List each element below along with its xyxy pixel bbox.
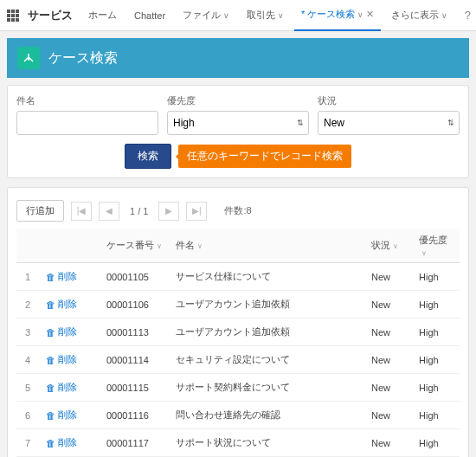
- cell-case-no: 00001114: [100, 346, 169, 374]
- table-row: 2🗑削除00001106ユーザアカウント追加依頼NewHigh: [16, 291, 460, 319]
- sort-icon[interactable]: ∨: [393, 242, 398, 250]
- cell-status: New: [364, 291, 412, 319]
- row-index: 2: [16, 291, 39, 319]
- filter-card: 件名 優先度 状況 検索 任意のキーワードでレコード検索: [7, 85, 469, 178]
- row-index: 6: [16, 402, 39, 429]
- chevron-down-icon: ∨: [357, 10, 363, 19]
- table-row: 5🗑削除00001115サポート契約料金についてNewHigh: [16, 374, 460, 402]
- page-header: ケース検索: [7, 38, 469, 78]
- delete-link[interactable]: 🗑削除: [46, 325, 93, 338]
- delete-link[interactable]: 🗑削除: [46, 409, 93, 422]
- cell-subject: ユーザアカウント追加依頼: [169, 319, 364, 346]
- sort-icon[interactable]: ∨: [197, 242, 203, 250]
- col-status: 状況∨: [364, 228, 412, 263]
- results-card: 行追加 |◀ ◀ 1 / 1 ▶ ▶| 件数:8 ケース番号∨ 件名∨ 状況∨ …: [7, 187, 469, 457]
- cell-case-no: 00001116: [100, 402, 169, 429]
- table-row: 6🗑削除00001116問い合わせ連絡先の確認NewHigh: [16, 402, 460, 429]
- top-nav: サービス ホームChatterファイル∨取引先∨* ケース検索∨ ✕さらに表示∨…: [0, 0, 476, 31]
- cell-status: New: [364, 263, 412, 291]
- cell-priority: High: [412, 374, 460, 402]
- close-tab-icon[interactable]: ✕: [366, 9, 374, 20]
- trash-icon: 🗑: [46, 355, 55, 365]
- table-row: 7🗑削除00001117サポート状況についてNewHigh: [16, 429, 460, 457]
- trash-icon: 🗑: [46, 327, 55, 338]
- row-index: 1: [16, 263, 39, 291]
- nav-item[interactable]: ホーム: [81, 0, 124, 31]
- app-label: サービス: [28, 8, 73, 23]
- delete-link[interactable]: 🗑削除: [46, 436, 93, 449]
- pager-first[interactable]: |◀: [71, 202, 92, 221]
- nav-item[interactable]: * ケース検索∨ ✕: [294, 0, 381, 31]
- status-label: 状況: [318, 94, 460, 107]
- cell-subject: サポート状況について: [169, 429, 364, 457]
- add-row-button[interactable]: 行追加: [16, 200, 64, 222]
- cell-subject: セキュリティ設定について: [169, 346, 364, 374]
- cell-priority: High: [412, 263, 460, 291]
- row-index: 7: [16, 429, 39, 457]
- nav-item[interactable]: さらに表示∨: [384, 0, 454, 31]
- results-table: ケース番号∨ 件名∨ 状況∨ 優先度∨ 1🗑削除00001105サービス仕様につ…: [16, 228, 460, 457]
- subject-input[interactable]: [16, 111, 158, 135]
- nav-item[interactable]: ファイル∨: [176, 0, 236, 31]
- sort-icon[interactable]: ∨: [421, 249, 427, 257]
- pager-last[interactable]: ▶|: [186, 202, 207, 221]
- cell-priority: High: [412, 402, 460, 429]
- trash-icon: 🗑: [46, 410, 55, 421]
- cell-case-no: 00001113: [100, 319, 169, 346]
- pager-count: 件数:8: [224, 204, 251, 217]
- cell-case-no: 00001117: [100, 429, 169, 457]
- table-row: 3🗑削除00001113ユーザアカウント追加依頼NewHigh: [16, 319, 460, 346]
- pager-prev[interactable]: ◀: [99, 202, 119, 221]
- delete-link[interactable]: 🗑削除: [46, 270, 93, 283]
- nav-item[interactable]: 取引先∨: [240, 0, 291, 31]
- subject-label: 件名: [16, 94, 158, 107]
- trash-icon: 🗑: [46, 383, 55, 393]
- trash-icon: 🗑: [46, 438, 55, 448]
- cell-case-no: 00001106: [100, 291, 169, 319]
- col-subject: 件名∨: [169, 228, 364, 263]
- cell-status: New: [364, 374, 412, 402]
- cell-status: New: [364, 429, 412, 457]
- cell-status: New: [364, 319, 412, 346]
- delete-link[interactable]: 🗑削除: [46, 381, 93, 394]
- delete-link[interactable]: 🗑削除: [46, 298, 93, 311]
- priority-label: 優先度: [167, 94, 309, 107]
- sort-icon[interactable]: ∨: [157, 242, 162, 250]
- cell-case-no: 00001115: [100, 374, 169, 402]
- chevron-down-icon: ∨: [223, 11, 229, 20]
- case-search-icon: [17, 47, 40, 69]
- row-index: 3: [16, 319, 39, 346]
- pager-page: 1 / 1: [126, 206, 151, 216]
- cell-priority: High: [412, 291, 460, 319]
- priority-select[interactable]: [167, 111, 309, 135]
- col-case-no: ケース番号∨: [100, 228, 169, 263]
- cell-subject: ユーザアカウント追加依頼: [169, 291, 364, 319]
- cell-case-no: 00001105: [100, 263, 169, 291]
- delete-link[interactable]: 🗑削除: [46, 353, 93, 366]
- chevron-down-icon: ∨: [278, 11, 284, 20]
- help-icon[interactable]: ?: [465, 9, 471, 22]
- cell-status: New: [364, 346, 412, 374]
- nav-item[interactable]: Chatter: [127, 0, 172, 31]
- trash-icon: 🗑: [46, 272, 55, 282]
- cell-subject: サービス仕様について: [169, 263, 364, 291]
- pager-next[interactable]: ▶: [158, 202, 179, 221]
- cell-priority: High: [412, 429, 460, 457]
- search-callout: 任意のキーワードでレコード検索: [178, 145, 351, 168]
- app-launcher-icon[interactable]: [5, 8, 21, 23]
- page-title: ケース検索: [48, 49, 118, 68]
- cell-status: New: [364, 402, 412, 429]
- cell-subject: サポート契約料金について: [169, 374, 364, 402]
- table-row: 4🗑削除00001114セキュリティ設定についてNewHigh: [16, 346, 460, 374]
- table-row: 1🗑削除00001105サービス仕様についてNewHigh: [16, 263, 460, 291]
- row-index: 5: [16, 374, 39, 402]
- cell-priority: High: [412, 319, 460, 346]
- col-priority: 優先度∨: [412, 228, 460, 263]
- chevron-down-icon: ∨: [441, 11, 447, 20]
- status-select[interactable]: [318, 111, 460, 135]
- row-index: 4: [16, 346, 39, 374]
- trash-icon: 🗑: [46, 299, 55, 310]
- search-button[interactable]: 検索: [125, 144, 171, 169]
- cell-priority: High: [412, 346, 460, 374]
- cell-subject: 問い合わせ連絡先の確認: [169, 402, 364, 429]
